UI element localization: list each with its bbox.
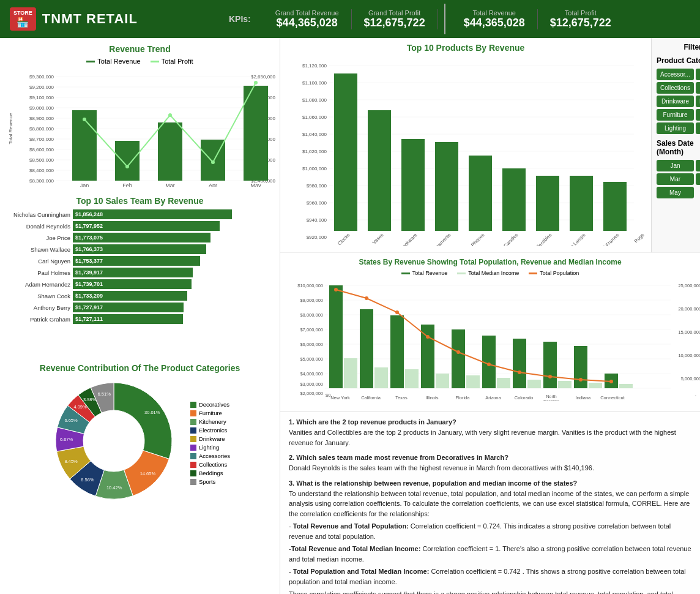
svg-point-141	[365, 296, 368, 300]
product-category-buttons: Accessor...BeddingsCollectionsDecorati..…	[657, 69, 700, 134]
svg-rect-85	[603, 182, 627, 231]
product-category-filter-btn[interactable]: Lighting	[657, 122, 694, 134]
bar-fill: $1,727,917	[73, 303, 184, 312]
product-category-filter-btn[interactable]: Electronics	[696, 96, 700, 107]
svg-text:14.65%: 14.65%	[140, 471, 156, 476]
bar-label: Donald Reynolds	[6, 223, 70, 230]
svg-text:4.09%: 4.09%	[73, 404, 87, 410]
bar-fill: $1,753,377	[73, 256, 200, 266]
svg-text:Cookware: Cookware	[399, 232, 419, 246]
sales-team-row: Joe Price$1,773,075	[6, 233, 274, 242]
product-category-filter-title: Product Category ☰ ✕	[657, 56, 700, 65]
svg-text:$7,000,000: $7,000,000	[300, 327, 323, 333]
svg-point-36	[83, 118, 86, 121]
logo-store: STORE	[13, 10, 32, 17]
ai-q2: 2. Which sales team made most revenue fr…	[289, 454, 691, 461]
svg-rect-79	[401, 139, 425, 231]
donut-legend-color	[190, 410, 196, 416]
svg-text:Illinois: Illinois	[426, 395, 439, 400]
bar-fill: $1,739,701	[73, 279, 192, 289]
svg-text:$10,000,000: $10,000,000	[297, 283, 323, 288]
svg-rect-125	[405, 369, 419, 388]
donut-legend: DecorativesFurnitureKitcheneryElectronic…	[190, 401, 230, 487]
svg-text:Rugs: Rugs	[633, 232, 646, 244]
states-chart-legend: Total Revenue Total Median Income Total …	[285, 270, 695, 276]
svg-rect-135	[558, 381, 572, 388]
legend-total-profit: Total Profit	[151, 58, 193, 65]
svg-text:30.01%: 30.01%	[144, 410, 160, 415]
bar-label: Paul Holmes	[6, 269, 70, 276]
filters-panel: Filters Product Category ☰ ✕ Accessor...…	[651, 38, 700, 252]
svg-text:20,000,000: 20,000,000	[678, 306, 700, 312]
bar-label: Carl Nguyen	[6, 258, 70, 265]
svg-text:$5,000,000: $5,000,000	[300, 356, 323, 362]
svg-text:Colorado: Colorado	[515, 395, 533, 400]
sales-team-row: Shawn Cook$1,733,209	[6, 291, 274, 301]
svg-rect-83	[536, 176, 559, 231]
product-category-filter-btn[interactable]: Accessor...	[657, 69, 694, 80]
svg-point-38	[168, 113, 172, 117]
product-category-filter-btn[interactable]: Kitchenery	[696, 109, 700, 121]
svg-point-142	[395, 310, 399, 314]
svg-text:$8,600,000: $8,600,000	[29, 147, 54, 152]
product-category-filter-btn[interactable]: Drinkware	[657, 96, 694, 107]
sales-team-row: Anthony Berry$1,727,917	[6, 303, 274, 312]
app-title: TNMT RETAIL	[42, 11, 138, 27]
svg-rect-122	[360, 309, 373, 388]
svg-text:Mar: Mar	[165, 182, 175, 187]
bar-label: Patrick Graham	[6, 316, 70, 323]
bar-label: Joe Price	[6, 235, 70, 241]
svg-point-145	[487, 363, 491, 366]
kpi-grand-revenue: Grand Total Revenue $44,365,028	[263, 9, 352, 29]
logo-box: STORE 🏪	[10, 7, 36, 31]
svg-text:Arizona: Arizona	[485, 395, 501, 400]
product-category-filter-btn[interactable]: Collections	[657, 82, 694, 94]
donut-legend-color	[190, 436, 196, 442]
sales-team-row: Carl Nguyen$1,753,377	[6, 256, 274, 266]
svg-text:6.67%: 6.67%	[60, 437, 73, 442]
product-category-filter-btn[interactable]: Furniture	[657, 109, 694, 121]
sales-date-filter-btn[interactable]: Jan	[657, 160, 694, 171]
bar-fill: $1,856,248	[73, 209, 232, 219]
svg-text:Florida: Florida	[456, 395, 471, 400]
svg-text:California: California	[361, 395, 381, 400]
kpi-total-profit: Total Profit $12,675,722	[538, 9, 624, 29]
sales-date-filter-btn[interactable]: Feb	[696, 160, 700, 171]
sales-date-filter-btn[interactable]: Mar	[657, 173, 694, 185]
bar-label: Nicholas Cunningham	[6, 211, 70, 218]
sales-date-filter-btn[interactable]: Apr	[696, 173, 700, 185]
sales-date-filter-title: Sales Date (Month) ☰ ✕	[657, 139, 700, 156]
svg-rect-77	[334, 73, 357, 231]
svg-text:$4,000,000: $4,000,000	[300, 371, 323, 377]
svg-rect-35	[244, 86, 268, 181]
svg-rect-80	[435, 142, 458, 231]
svg-point-146	[518, 370, 521, 374]
logo-icon: 🏪	[13, 17, 32, 28]
svg-text:$1,000,000: $1,000,000	[302, 166, 327, 171]
bar-label: Shawn Cook	[6, 293, 70, 299]
sales-team-chart: Nicholas Cunningham$1,856,248Donald Reyn…	[6, 209, 274, 324]
svg-text:Table Lamps: Table Lamps	[563, 232, 586, 246]
revenue-trend-section: Revenue Trend Total Revenue Total Profit…	[6, 44, 274, 191]
svg-rect-128	[452, 329, 465, 388]
donut-legend-item: Lighting	[190, 444, 230, 451]
svg-text:Collectibles: Collectibles	[531, 232, 553, 246]
svg-text:$9,300,000: $9,300,000	[29, 74, 54, 80]
sales-date-filter-btn[interactable]: May	[657, 187, 694, 198]
revenue-trend-chart: $9,300,000 $9,200,000 $9,100,000 $9,000,…	[6, 67, 275, 187]
bar-label: Anthony Berry	[6, 304, 70, 311]
svg-rect-81	[469, 156, 492, 231]
donut-legend-item: Furniture	[190, 410, 230, 416]
svg-text:Candles: Candles	[502, 232, 519, 246]
bar-fill: $1,766,373	[73, 244, 206, 254]
product-category-filter-btn[interactable]: Sports	[696, 122, 700, 134]
svg-point-144	[456, 350, 460, 354]
svg-text:-: -	[695, 393, 697, 398]
svg-text:3.98%: 3.98%	[83, 397, 97, 402]
ai-a1: Vanities and Collectibles are the top 2 …	[289, 427, 691, 448]
product-category-filter-btn[interactable]: Decorati...	[696, 82, 700, 94]
product-category-filter-btn[interactable]: Beddings	[696, 69, 700, 80]
donut-legend-item: Kitchenery	[190, 418, 230, 425]
top10-products-section: Top 10 Products By Revenue $1,120,000 $1…	[280, 38, 651, 252]
svg-text:$3,000,000: $3,000,000	[300, 382, 323, 387]
